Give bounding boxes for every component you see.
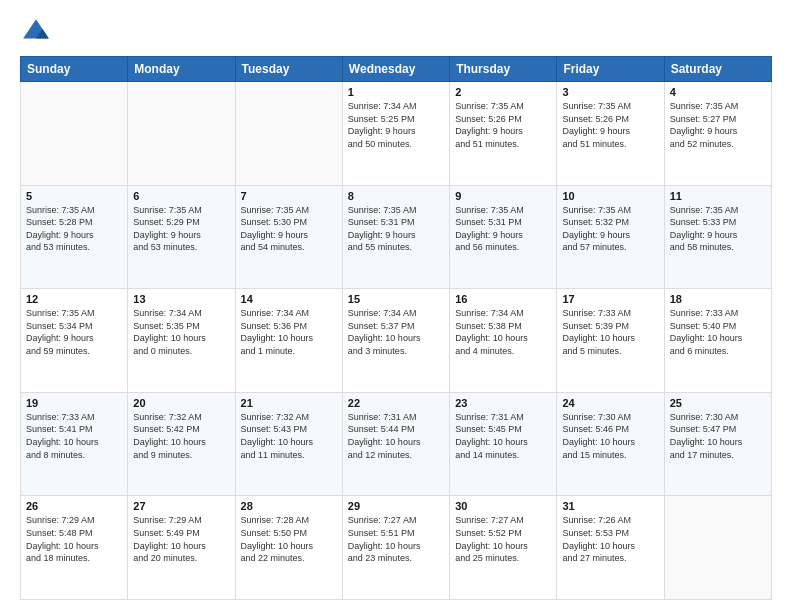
calendar-cell	[664, 496, 771, 600]
day-detail: Sunrise: 7:34 AMSunset: 5:35 PMDaylight:…	[133, 307, 229, 357]
day-detail: Sunrise: 7:33 AMSunset: 5:40 PMDaylight:…	[670, 307, 766, 357]
calendar-week-row: 12Sunrise: 7:35 AMSunset: 5:34 PMDayligh…	[21, 289, 772, 393]
day-number: 19	[26, 397, 122, 409]
calendar-week-row: 5Sunrise: 7:35 AMSunset: 5:28 PMDaylight…	[21, 185, 772, 289]
day-number: 18	[670, 293, 766, 305]
day-number: 2	[455, 86, 551, 98]
day-number: 23	[455, 397, 551, 409]
day-detail: Sunrise: 7:35 AMSunset: 5:30 PMDaylight:…	[241, 204, 337, 254]
day-number: 5	[26, 190, 122, 202]
day-number: 8	[348, 190, 444, 202]
day-detail: Sunrise: 7:35 AMSunset: 5:26 PMDaylight:…	[455, 100, 551, 150]
calendar-cell: 15Sunrise: 7:34 AMSunset: 5:37 PMDayligh…	[342, 289, 449, 393]
calendar-cell: 20Sunrise: 7:32 AMSunset: 5:42 PMDayligh…	[128, 392, 235, 496]
day-number: 31	[562, 500, 658, 512]
calendar-cell: 11Sunrise: 7:35 AMSunset: 5:33 PMDayligh…	[664, 185, 771, 289]
logo	[20, 16, 56, 48]
day-detail: Sunrise: 7:28 AMSunset: 5:50 PMDaylight:…	[241, 514, 337, 564]
day-number: 29	[348, 500, 444, 512]
weekday-header-monday: Monday	[128, 57, 235, 82]
calendar-cell: 28Sunrise: 7:28 AMSunset: 5:50 PMDayligh…	[235, 496, 342, 600]
day-number: 20	[133, 397, 229, 409]
calendar-cell: 6Sunrise: 7:35 AMSunset: 5:29 PMDaylight…	[128, 185, 235, 289]
day-detail: Sunrise: 7:34 AMSunset: 5:37 PMDaylight:…	[348, 307, 444, 357]
page: SundayMondayTuesdayWednesdayThursdayFrid…	[0, 0, 792, 612]
calendar-cell: 4Sunrise: 7:35 AMSunset: 5:27 PMDaylight…	[664, 82, 771, 186]
day-detail: Sunrise: 7:35 AMSunset: 5:32 PMDaylight:…	[562, 204, 658, 254]
day-detail: Sunrise: 7:26 AMSunset: 5:53 PMDaylight:…	[562, 514, 658, 564]
calendar-cell: 10Sunrise: 7:35 AMSunset: 5:32 PMDayligh…	[557, 185, 664, 289]
calendar-cell: 14Sunrise: 7:34 AMSunset: 5:36 PMDayligh…	[235, 289, 342, 393]
day-detail: Sunrise: 7:33 AMSunset: 5:39 PMDaylight:…	[562, 307, 658, 357]
weekday-header-wednesday: Wednesday	[342, 57, 449, 82]
calendar-cell: 2Sunrise: 7:35 AMSunset: 5:26 PMDaylight…	[450, 82, 557, 186]
day-number: 14	[241, 293, 337, 305]
calendar-week-row: 1Sunrise: 7:34 AMSunset: 5:25 PMDaylight…	[21, 82, 772, 186]
day-detail: Sunrise: 7:29 AMSunset: 5:49 PMDaylight:…	[133, 514, 229, 564]
day-detail: Sunrise: 7:35 AMSunset: 5:34 PMDaylight:…	[26, 307, 122, 357]
calendar-cell: 3Sunrise: 7:35 AMSunset: 5:26 PMDaylight…	[557, 82, 664, 186]
calendar-cell: 17Sunrise: 7:33 AMSunset: 5:39 PMDayligh…	[557, 289, 664, 393]
calendar-cell: 13Sunrise: 7:34 AMSunset: 5:35 PMDayligh…	[128, 289, 235, 393]
logo-icon	[20, 16, 52, 48]
calendar-cell: 12Sunrise: 7:35 AMSunset: 5:34 PMDayligh…	[21, 289, 128, 393]
calendar-week-row: 26Sunrise: 7:29 AMSunset: 5:48 PMDayligh…	[21, 496, 772, 600]
calendar-week-row: 19Sunrise: 7:33 AMSunset: 5:41 PMDayligh…	[21, 392, 772, 496]
day-number: 24	[562, 397, 658, 409]
day-number: 12	[26, 293, 122, 305]
calendar-cell	[128, 82, 235, 186]
day-detail: Sunrise: 7:34 AMSunset: 5:36 PMDaylight:…	[241, 307, 337, 357]
day-detail: Sunrise: 7:31 AMSunset: 5:45 PMDaylight:…	[455, 411, 551, 461]
calendar-cell: 8Sunrise: 7:35 AMSunset: 5:31 PMDaylight…	[342, 185, 449, 289]
day-number: 22	[348, 397, 444, 409]
calendar-cell: 1Sunrise: 7:34 AMSunset: 5:25 PMDaylight…	[342, 82, 449, 186]
calendar-cell: 21Sunrise: 7:32 AMSunset: 5:43 PMDayligh…	[235, 392, 342, 496]
header	[20, 16, 772, 48]
calendar-cell: 30Sunrise: 7:27 AMSunset: 5:52 PMDayligh…	[450, 496, 557, 600]
day-detail: Sunrise: 7:33 AMSunset: 5:41 PMDaylight:…	[26, 411, 122, 461]
calendar-cell: 27Sunrise: 7:29 AMSunset: 5:49 PMDayligh…	[128, 496, 235, 600]
day-detail: Sunrise: 7:34 AMSunset: 5:38 PMDaylight:…	[455, 307, 551, 357]
calendar-cell: 5Sunrise: 7:35 AMSunset: 5:28 PMDaylight…	[21, 185, 128, 289]
calendar-cell: 29Sunrise: 7:27 AMSunset: 5:51 PMDayligh…	[342, 496, 449, 600]
day-number: 30	[455, 500, 551, 512]
day-number: 17	[562, 293, 658, 305]
calendar-cell	[235, 82, 342, 186]
day-detail: Sunrise: 7:32 AMSunset: 5:42 PMDaylight:…	[133, 411, 229, 461]
day-number: 28	[241, 500, 337, 512]
day-detail: Sunrise: 7:35 AMSunset: 5:31 PMDaylight:…	[455, 204, 551, 254]
day-detail: Sunrise: 7:35 AMSunset: 5:28 PMDaylight:…	[26, 204, 122, 254]
day-number: 4	[670, 86, 766, 98]
day-detail: Sunrise: 7:30 AMSunset: 5:47 PMDaylight:…	[670, 411, 766, 461]
day-number: 13	[133, 293, 229, 305]
day-number: 10	[562, 190, 658, 202]
calendar-cell	[21, 82, 128, 186]
calendar-cell: 22Sunrise: 7:31 AMSunset: 5:44 PMDayligh…	[342, 392, 449, 496]
day-detail: Sunrise: 7:35 AMSunset: 5:29 PMDaylight:…	[133, 204, 229, 254]
day-number: 11	[670, 190, 766, 202]
calendar-cell: 31Sunrise: 7:26 AMSunset: 5:53 PMDayligh…	[557, 496, 664, 600]
day-detail: Sunrise: 7:35 AMSunset: 5:27 PMDaylight:…	[670, 100, 766, 150]
day-number: 3	[562, 86, 658, 98]
calendar-cell: 18Sunrise: 7:33 AMSunset: 5:40 PMDayligh…	[664, 289, 771, 393]
day-detail: Sunrise: 7:30 AMSunset: 5:46 PMDaylight:…	[562, 411, 658, 461]
day-number: 1	[348, 86, 444, 98]
calendar-table: SundayMondayTuesdayWednesdayThursdayFrid…	[20, 56, 772, 600]
day-detail: Sunrise: 7:32 AMSunset: 5:43 PMDaylight:…	[241, 411, 337, 461]
day-detail: Sunrise: 7:31 AMSunset: 5:44 PMDaylight:…	[348, 411, 444, 461]
calendar-cell: 19Sunrise: 7:33 AMSunset: 5:41 PMDayligh…	[21, 392, 128, 496]
day-number: 7	[241, 190, 337, 202]
day-detail: Sunrise: 7:35 AMSunset: 5:26 PMDaylight:…	[562, 100, 658, 150]
calendar-cell: 23Sunrise: 7:31 AMSunset: 5:45 PMDayligh…	[450, 392, 557, 496]
day-number: 21	[241, 397, 337, 409]
calendar-cell: 9Sunrise: 7:35 AMSunset: 5:31 PMDaylight…	[450, 185, 557, 289]
weekday-header-tuesday: Tuesday	[235, 57, 342, 82]
day-detail: Sunrise: 7:29 AMSunset: 5:48 PMDaylight:…	[26, 514, 122, 564]
weekday-header-sunday: Sunday	[21, 57, 128, 82]
calendar-cell: 24Sunrise: 7:30 AMSunset: 5:46 PMDayligh…	[557, 392, 664, 496]
calendar-cell: 16Sunrise: 7:34 AMSunset: 5:38 PMDayligh…	[450, 289, 557, 393]
day-detail: Sunrise: 7:34 AMSunset: 5:25 PMDaylight:…	[348, 100, 444, 150]
day-number: 15	[348, 293, 444, 305]
calendar-cell: 26Sunrise: 7:29 AMSunset: 5:48 PMDayligh…	[21, 496, 128, 600]
day-number: 26	[26, 500, 122, 512]
